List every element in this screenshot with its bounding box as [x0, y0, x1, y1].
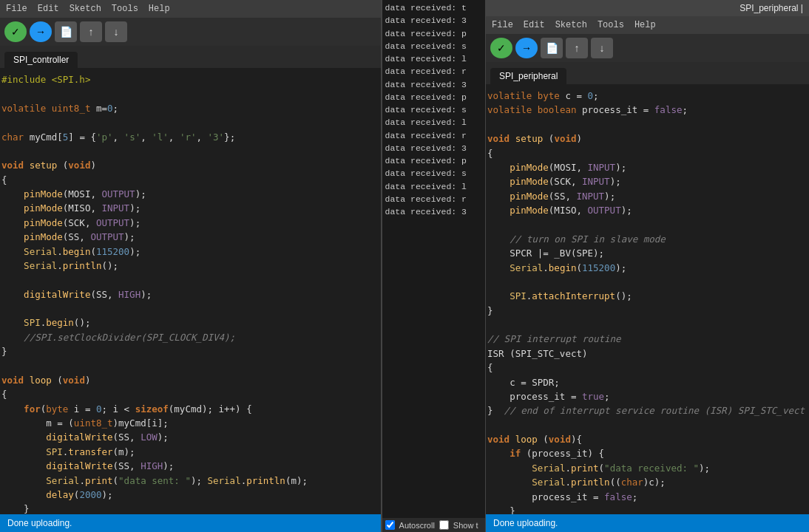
- serial-line: data received: 3: [385, 14, 482, 27]
- menu-help-left[interactable]: Help: [149, 4, 170, 14]
- serial-line: data received: l: [385, 52, 482, 65]
- right-menubar: File Edit Sketch Tools Help: [486, 16, 809, 34]
- menu-edit-right[interactable]: Edit: [524, 20, 545, 30]
- show-checkbox[interactable]: [439, 520, 449, 530]
- serial-line: data received: p: [385, 154, 482, 167]
- serial-line: data received: s: [385, 167, 482, 180]
- left-toolbar: ✓ → 📄 ↑ ↓: [0, 18, 381, 46]
- menu-help-right[interactable]: Help: [634, 20, 656, 30]
- tab-spi-peripheral[interactable]: SPI_peripheral: [490, 68, 566, 84]
- upload-button-left[interactable]: →: [30, 21, 52, 42]
- serial-line: data received: 3: [385, 205, 482, 218]
- tab-spi-controller[interactable]: SPI_controller: [4, 52, 78, 68]
- left-status-bar: Done uploading.: [0, 514, 381, 532]
- window-title-right: SPI_peripheral |: [486, 0, 809, 16]
- upload-button-right[interactable]: →: [515, 38, 538, 58]
- left-tab-bar: SPI_controller: [0, 46, 381, 68]
- left-code-area[interactable]: #include <SPI.h> volatile uint8_t m=0; c…: [0, 68, 381, 514]
- serial-line: data received: 3: [385, 78, 482, 91]
- right-code-area[interactable]: volatile byte c = 0; volatile boolean pr…: [486, 84, 809, 514]
- open-button-left[interactable]: ↑: [80, 21, 102, 42]
- verify-button-right[interactable]: ✓: [490, 38, 512, 58]
- main-layout: File Edit Sketch Tools Help ✓ → 📄 ↑ ↓ SP…: [0, 0, 809, 532]
- right-pane: SPI_peripheral | File Edit Sketch Tools …: [486, 0, 809, 532]
- serial-pane: data received: t data received: 3 data r…: [382, 0, 486, 532]
- serial-line: data received: s: [385, 40, 482, 52]
- menu-tools-left[interactable]: Tools: [112, 4, 138, 14]
- autoscroll-checkbox[interactable]: [385, 520, 395, 530]
- serial-line: data received: p: [385, 91, 482, 103]
- serial-line: data received: l: [385, 116, 482, 129]
- serial-line: data received: s: [385, 103, 482, 116]
- serial-bottom-bar: Autoscroll Show t: [382, 518, 485, 532]
- new-button-right[interactable]: 📄: [541, 38, 563, 58]
- right-status-bar: Done uploading.: [486, 514, 809, 532]
- menu-file-left[interactable]: File: [6, 4, 27, 14]
- left-menubar: File Edit Sketch Tools Help: [0, 0, 381, 18]
- menu-sketch-right[interactable]: Sketch: [555, 20, 587, 30]
- serial-output[interactable]: data received: t data received: 3 data r…: [382, 0, 485, 518]
- serial-line: data received: r: [385, 65, 482, 78]
- open-button-right[interactable]: ↑: [566, 38, 588, 58]
- menu-edit-left[interactable]: Edit: [38, 4, 59, 14]
- menu-sketch-left[interactable]: Sketch: [70, 4, 101, 14]
- menu-tools-right[interactable]: Tools: [598, 20, 624, 30]
- serial-line: data received: r: [385, 129, 482, 142]
- save-button-right[interactable]: ↓: [591, 38, 613, 58]
- verify-button-left[interactable]: ✓: [4, 21, 27, 42]
- right-toolbar: ✓ → 📄 ↑ ↓: [486, 34, 809, 62]
- save-button-left[interactable]: ↓: [105, 21, 127, 42]
- new-button-left[interactable]: 📄: [55, 21, 77, 42]
- serial-line: data received: r: [385, 193, 482, 205]
- show-label: Show t: [453, 521, 478, 530]
- serial-line: data received: l: [385, 180, 482, 193]
- right-tab-bar: SPI_peripheral: [486, 62, 809, 84]
- left-pane: File Edit Sketch Tools Help ✓ → 📄 ↑ ↓ SP…: [0, 0, 382, 532]
- menu-file-right[interactable]: File: [492, 20, 513, 30]
- autoscroll-label: Autoscroll: [399, 521, 435, 530]
- serial-line: data received: p: [385, 27, 482, 40]
- serial-line: data received: t: [385, 1, 482, 14]
- serial-line: data received: 3: [385, 142, 482, 154]
